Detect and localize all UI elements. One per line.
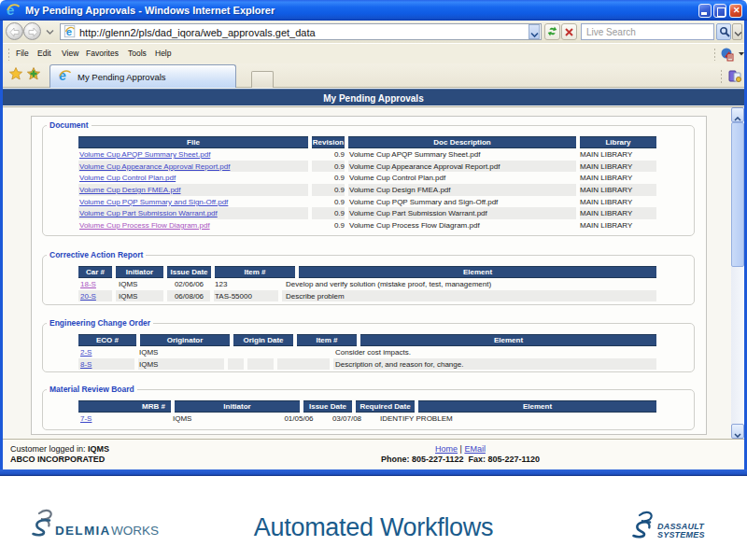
svg-text:SYSTEMES: SYSTEMES — [657, 530, 705, 539]
svg-text:WORKS: WORKS — [111, 524, 159, 538]
svg-text:DELMIA: DELMIA — [55, 524, 111, 538]
